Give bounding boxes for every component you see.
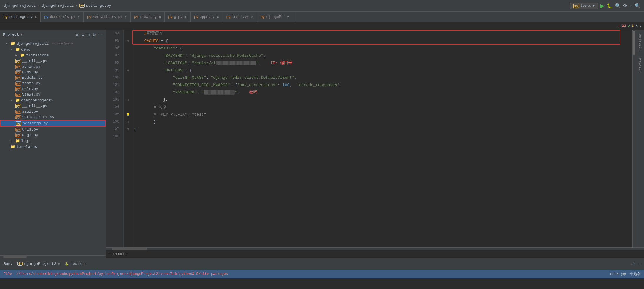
sidebar-item-asgi[interactable]: py asgi.py: [0, 109, 106, 114]
sidebar-item-init-demo[interactable]: py __init__.py: [0, 58, 106, 64]
sidebar-item-urls[interactable]: py urls.py: [0, 86, 106, 92]
code-line-104[interactable]: # 前缀: [135, 103, 630, 111]
tab-demo-urls[interactable]: py demo/urls.py ✕: [41, 12, 83, 22]
sidebar-hscroll[interactable]: [0, 255, 106, 258]
sidebar-close-btn[interactable]: —: [99, 32, 103, 37]
gutter-108: [124, 133, 132, 140]
code-line-94[interactable]: #配置缓存: [135, 30, 630, 37]
sidebar-settings-btn[interactable]: ⚙: [92, 32, 96, 37]
code-line-107[interactable]: }: [135, 126, 630, 133]
sidebar-item-serializers[interactable]: py serializers.py: [0, 114, 106, 120]
sidebar-sync-btn[interactable]: ≡: [82, 32, 84, 37]
tab-tests-close[interactable]: ✕: [251, 15, 253, 19]
run-item-django[interactable]: dj djangoProject2 ✕: [17, 262, 60, 266]
sidebar-item-demo[interactable]: ▾ 📁 demo: [0, 46, 106, 52]
tab-g[interactable]: py g.py ✕: [165, 12, 191, 22]
tab-views[interactable]: py views.py ✕: [131, 12, 165, 22]
code-line-100[interactable]: "CLIENT_CLASS": "django_redis.client.Def…: [135, 74, 630, 81]
debug-button[interactable]: 🐛: [607, 3, 613, 9]
search-button[interactable]: 🔍: [635, 3, 640, 9]
sidebar-item-admin[interactable]: py admin.py: [0, 64, 106, 69]
sidebar-item-wsgi[interactable]: py wsgi.py: [0, 132, 106, 138]
tab-views-icon: py: [134, 15, 138, 19]
hscrollbar-thumb[interactable]: [112, 248, 147, 250]
gutter-98: [124, 59, 132, 67]
code-line-105[interactable]: # "KEY_PREFIX": "test": [135, 111, 630, 118]
tab-apps[interactable]: py apps.py ✕: [191, 12, 223, 22]
sidebar-item-djangoproject2-sub[interactable]: ▾ 📁 djangoProject2: [0, 97, 106, 103]
code-line-102[interactable]: "PASSWORD": "██.██|██|██..", 密码: [135, 89, 630, 96]
warning-icon: ⚠: [618, 24, 620, 28]
vscrollbar-thumb[interactable]: [633, 31, 635, 55]
code-94-content: #配置缓存: [135, 31, 163, 37]
tab-apps-close[interactable]: ✕: [217, 15, 219, 19]
run-settings-icon[interactable]: ⚙: [633, 261, 635, 267]
sidebar-item-templates[interactable]: 📁 templates: [0, 144, 106, 150]
code-line-98[interactable]: "LOCATION": "redis://10█.██.██:██|██|██"…: [135, 59, 630, 67]
tab-overflow-btn[interactable]: ▼: [285, 15, 291, 19]
sidebar-item-views[interactable]: py views.py: [0, 92, 106, 97]
sidebar-item-migrations[interactable]: ▶ 📁 migrations: [0, 52, 106, 58]
nav-down[interactable]: ∨: [640, 24, 642, 28]
run-tests-close[interactable]: ✕: [83, 262, 86, 266]
sidebar-item-apps[interactable]: py apps.py: [0, 69, 106, 75]
templates-label: templates: [16, 145, 37, 149]
sidebar-item-urls-proj[interactable]: py urls.py: [0, 127, 106, 132]
settings-label: settings.py: [23, 121, 48, 126]
sidebar-collapse-btn[interactable]: ⊟: [86, 32, 90, 37]
code-editor[interactable]: #配置缓存 CACHES = { "default": { "BACKEND":…: [132, 30, 632, 247]
tab-settings-label: settings.py: [9, 15, 32, 19]
code-line-103[interactable]: },: [135, 96, 630, 103]
tab-settings[interactable]: py settings.py ✕: [0, 12, 41, 22]
database-tab[interactable]: Database: [635, 30, 644, 54]
code-line-101[interactable]: "CONNECTION_POOL_KWARGS": {"max_connecti…: [135, 81, 630, 89]
nav-up[interactable]: ∧: [636, 24, 638, 28]
sidebar-item-djangoproject2[interactable]: ▾ 📁 djangoProject2 ~/code/pyth: [0, 41, 106, 46]
vscrollbar[interactable]: [632, 30, 635, 247]
coverage-icon[interactable]: 🔍: [615, 3, 621, 9]
run-button[interactable]: ▶: [600, 3, 604, 9]
code-95-content: CACHES = {: [135, 38, 168, 44]
tab-demo-close[interactable]: ✕: [78, 15, 80, 19]
code-line-95[interactable]: CACHES = {: [135, 37, 630, 45]
sidebar-chevron[interactable]: ▼: [21, 33, 23, 36]
tab-serializers[interactable]: py serializers.py ✕: [84, 12, 131, 22]
tests-label: tests.py: [22, 81, 40, 86]
hscrollbar[interactable]: [106, 247, 644, 250]
sidebar-item-settings[interactable]: py settings.py: [0, 120, 106, 127]
tab-g-close[interactable]: ✕: [185, 15, 187, 19]
code-line-108[interactable]: [135, 133, 630, 140]
tab-tests-file[interactable]: py tests.py ✕: [223, 12, 257, 22]
sidebar-item-models[interactable]: py models.py: [0, 75, 106, 81]
gutter-102: [124, 89, 132, 96]
more-icon[interactable]: ⋯: [629, 3, 632, 9]
profile-icon[interactable]: ⟳: [623, 3, 627, 9]
serializers-icon: py: [15, 115, 21, 119]
tab-serial-close[interactable]: ✕: [125, 15, 127, 19]
run-stop-icon[interactable]: —: [638, 261, 640, 267]
gutter-99[interactable]: ⊟: [124, 67, 132, 74]
sidebar-add-btn[interactable]: ⊕: [76, 32, 79, 37]
sidebar-item-logs[interactable]: ▶ 📁 logs: [0, 138, 106, 144]
gutter-103[interactable]: ⊟: [124, 96, 132, 103]
sidebar-item-init-proj[interactable]: py __init__.py: [0, 103, 106, 109]
tab-djp[interactable]: py djangoPr ▼: [257, 12, 295, 22]
run-django-close[interactable]: ✕: [58, 262, 60, 266]
code-line-96[interactable]: "default": {: [135, 45, 630, 52]
linenum-97: 97: [106, 52, 121, 59]
run-item-tests[interactable]: 🐍 tests ✕: [65, 262, 86, 266]
tab-views-close[interactable]: ✕: [159, 15, 161, 19]
run-config-dropdown[interactable]: py tests ▼: [570, 3, 598, 9]
tab-settings-close[interactable]: ✕: [35, 15, 37, 19]
code-line-99[interactable]: "OPTIONS": {: [135, 67, 630, 74]
gutter-95[interactable]: ⊟: [124, 37, 132, 45]
sciview-tab[interactable]: SciView: [635, 54, 644, 76]
gutter-105-bulb[interactable]: 💡: [124, 111, 132, 118]
sidebar-item-tests[interactable]: py tests.py: [0, 81, 106, 86]
code-line-106[interactable]: }: [135, 118, 630, 126]
code-line-97[interactable]: "BACKEND": "django_redis.cache.RedisCach…: [135, 52, 630, 59]
bottom-right: ⚙ —: [633, 261, 640, 267]
gutter-94: [124, 30, 132, 37]
gutter-107[interactable]: ⊟: [124, 126, 132, 133]
gutter-106[interactable]: ⊟: [124, 118, 132, 126]
